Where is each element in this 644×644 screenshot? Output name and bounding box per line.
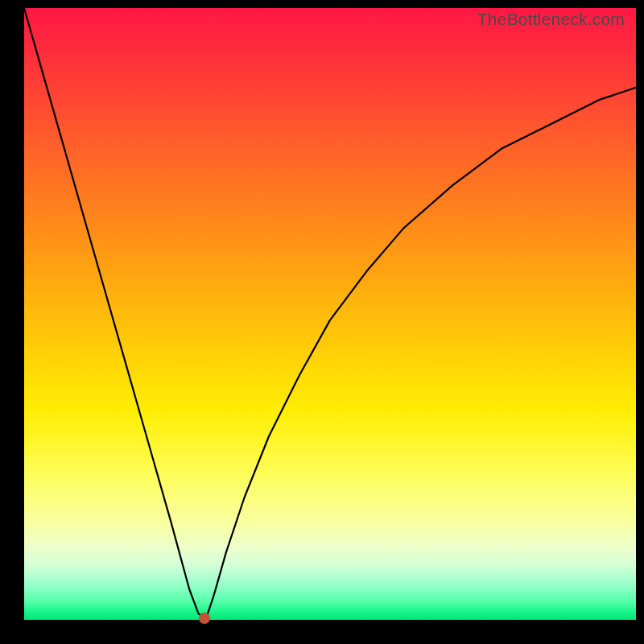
plot-area: TheBottleneck.com [24,8,636,620]
bottleneck-curve [24,8,636,620]
minimum-marker [199,613,210,624]
chart-frame: TheBottleneck.com [0,0,644,644]
